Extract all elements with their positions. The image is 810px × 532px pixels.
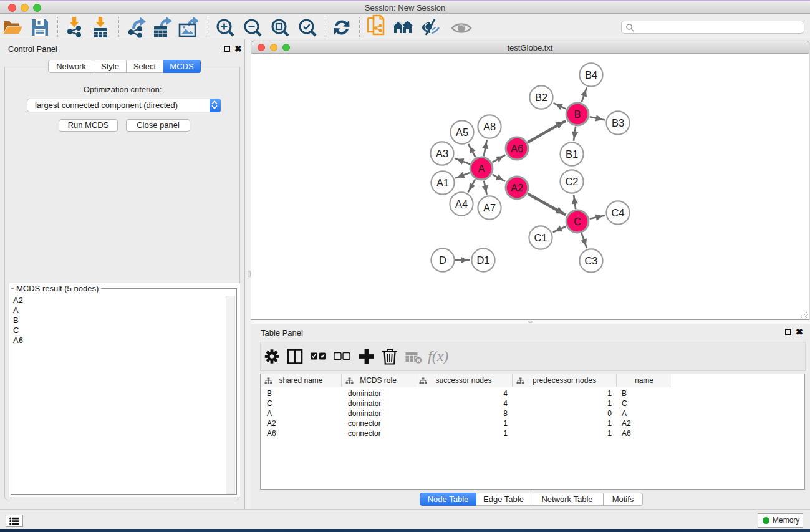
svg-text:A2: A2 [511,182,523,193]
svg-text:B2: B2 [535,92,547,103]
svg-text:B1: B1 [566,148,578,160]
svg-text:A4: A4 [455,198,468,210]
svg-text:D: D [439,254,446,266]
svg-text:B3: B3 [612,117,624,128]
svg-text:B: B [574,109,581,120]
svg-text:f(x): f(x) [428,348,448,364]
svg-text:A: A [478,163,485,174]
svg-text:A1: A1 [436,177,449,188]
svg-text:C: C [574,216,581,227]
svg-text:A7: A7 [483,202,496,213]
svg-text:C1: C1 [534,232,547,243]
svg-text:C4: C4 [611,207,624,218]
svg-text:A6: A6 [511,143,523,154]
svg-text:A5: A5 [456,127,468,138]
svg-text:D1: D1 [476,254,489,266]
svg-text:A3: A3 [436,148,448,159]
svg-text:C3: C3 [584,255,597,266]
svg-text:B4: B4 [585,69,597,80]
svg-text:C2: C2 [565,176,578,187]
svg-text:A8: A8 [483,121,496,132]
